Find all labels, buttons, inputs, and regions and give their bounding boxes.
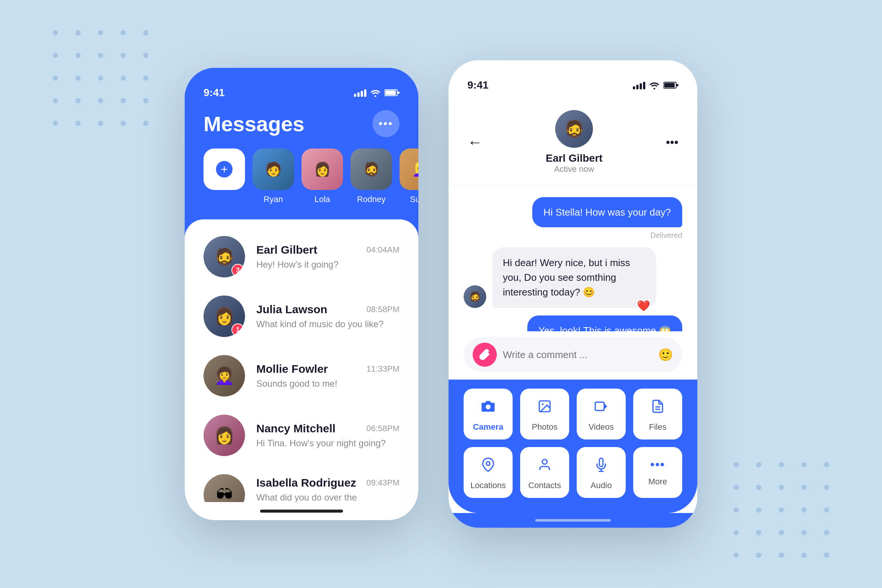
files-icon (651, 399, 665, 417)
message-item-earl[interactable]: 🧔 3 Earl Gilbert 04:04AM Hey! How's it g… (185, 227, 418, 286)
svg-point-4 (654, 88, 655, 89)
story-row: + 🧑 Ryan 👩 Lola (204, 149, 400, 208)
msg-name-nancy: Nancy Mitchell (256, 422, 335, 435)
avatar-earl: 🧔 3 (204, 236, 245, 277)
msg-time-mollie: 11:33PM (366, 364, 400, 374)
contacts-label: Contacts (528, 481, 561, 490)
more-dots: ••• (379, 118, 393, 130)
msg-name-julia: Julia Lawson (256, 303, 327, 316)
svg-point-8 (486, 404, 491, 409)
chat-wifi-icon (649, 81, 660, 89)
message-content-julia: Julia Lawson 08:58PM What kind of music … (256, 303, 400, 329)
message-content-isabella: Isabella Rodriguez 09:43PM What did you … (256, 476, 400, 502)
story-avatar-rodney: 🧔 (351, 149, 392, 190)
locations-icon (481, 458, 495, 475)
message-item-nancy[interactable]: 👩 Nancy Mitchell 06:58PM Hi Tina. How's … (185, 406, 418, 465)
story-item-lola[interactable]: 👩 Lola (302, 149, 343, 204)
message-delivered-status: Delivered (651, 231, 682, 240)
emoji-button[interactable]: 🙂 (658, 348, 673, 362)
videos-label: Videos (589, 422, 614, 432)
attach-button[interactable] (473, 343, 497, 367)
avatar-isabella: 🕶 (204, 474, 245, 502)
chat-user-avatar: 🧔 (555, 110, 593, 148)
media-item-locations[interactable]: Locations (464, 447, 513, 498)
outgoing-message-2: Yes, look! This is awesome 😱 (527, 315, 682, 331)
avatar-julia: 👩 1 (204, 296, 245, 337)
media-item-audio[interactable]: Audio (577, 447, 626, 498)
message-item-mollie[interactable]: 👩‍🦱 Mollie Fowler 11:33PM Sounds good to… (185, 346, 418, 406)
msg-time-nancy: 06:58PM (366, 424, 400, 433)
svg-point-10 (542, 403, 544, 405)
chat-header-area: 9:41 (449, 60, 697, 186)
media-item-videos[interactable]: Videos (577, 389, 626, 439)
page-header: Messages ••• (204, 110, 400, 137)
avatar-nancy: 👩 (204, 415, 245, 456)
paperclip-icon (478, 348, 491, 361)
message-item-julia[interactable]: 👩 1 Julia Lawson 08:58PM What kind of mu… (185, 286, 418, 346)
media-item-photos[interactable]: Photos (520, 389, 569, 439)
messages-more-button[interactable]: ••• (372, 110, 400, 137)
chat-more-button[interactable]: ••• (666, 135, 678, 149)
home-indicator (185, 502, 418, 520)
msg-name-mollie: Mollie Fowler (256, 363, 328, 375)
message-content-nancy: Nancy Mitchell 06:58PM Hi Tina. How's yo… (256, 422, 400, 449)
messages-phone: 9:41 (185, 68, 418, 520)
locations-label: Locations (470, 481, 506, 490)
story-add-button[interactable]: + (204, 149, 245, 190)
msg-preview-nancy: Hi Tina. How's your night going? (256, 438, 400, 449)
chat-status-icons (633, 81, 678, 89)
svg-rect-11 (595, 402, 604, 410)
svg-rect-7 (677, 84, 678, 86)
wifi-icon (370, 89, 381, 97)
status-icons (354, 89, 400, 97)
svg-rect-2 (385, 90, 396, 95)
msg-preview-earl: Hey! How's it going? (256, 259, 400, 270)
camera-icon (481, 399, 495, 417)
chat-user-status: Active now (554, 164, 594, 174)
battery-icon (384, 89, 400, 97)
svg-rect-3 (398, 92, 400, 94)
message-content-mollie: Mollie Fowler 11:33PM Sounds good to me! (256, 363, 400, 389)
chat-messages: Hi Stella! How was your day? Delivered 🧔… (449, 186, 697, 331)
chat-status-bar: 9:41 (467, 79, 678, 91)
story-add-item[interactable]: + (204, 149, 245, 190)
svg-point-16 (542, 459, 547, 464)
chat-input-area: 🙂 (449, 331, 697, 380)
msg-preview-isabella: What did you do over the weekend? (256, 492, 400, 502)
story-item-ryan[interactable]: 🧑 Ryan (253, 149, 294, 204)
msg-name-earl: Earl Gilbert (256, 243, 317, 256)
photos-label: Photos (532, 422, 558, 432)
camera-label: Camera (473, 422, 504, 432)
media-item-contacts[interactable]: Contacts (520, 447, 569, 498)
files-label: Files (649, 422, 666, 432)
signal-icon (354, 89, 366, 97)
story-item-susie[interactable]: 👱‍♀️ Susie (400, 149, 418, 204)
plus-icon: + (216, 161, 233, 178)
contacts-icon (537, 458, 552, 475)
messages-list: 🧔 3 Earl Gilbert 04:04AM Hey! How's it g… (185, 219, 418, 502)
msg-time-isabella: 09:43PM (366, 478, 400, 488)
media-item-camera[interactable]: Camera (464, 389, 513, 439)
chat-user-info: 🧔 Earl Gilbert Active now (546, 110, 603, 174)
media-grid: Camera Photos (464, 389, 682, 498)
chat-home-indicator (449, 513, 697, 528)
comment-input[interactable] (503, 349, 652, 361)
chat-home-bar (535, 519, 611, 522)
media-item-files[interactable]: Files (633, 389, 682, 439)
story-item-rodney[interactable]: 🧔 Rodney (351, 149, 392, 204)
svg-point-0 (375, 95, 377, 97)
svg-point-15 (486, 462, 490, 466)
chat-battery-icon (663, 81, 678, 89)
chat-phone: 9:41 (449, 60, 697, 528)
message-item-isabella[interactable]: 🕶 Isabella Rodriguez 09:43PM What did yo… (185, 465, 418, 502)
media-item-more[interactable]: ••• More (633, 447, 682, 498)
phones-container: 9:41 (185, 60, 697, 528)
back-button[interactable]: ← (467, 134, 482, 151)
audio-icon (594, 458, 608, 475)
avatar-mollie: 👩‍🦱 (204, 355, 245, 397)
audio-label: Audio (591, 481, 612, 490)
input-row: 🙂 (464, 337, 682, 372)
unread-badge-julia: 1 (231, 323, 244, 336)
incoming-message-1: Hi dear! Wery nice, but i miss you, Do y… (492, 247, 656, 308)
unread-badge-earl: 3 (231, 264, 244, 277)
